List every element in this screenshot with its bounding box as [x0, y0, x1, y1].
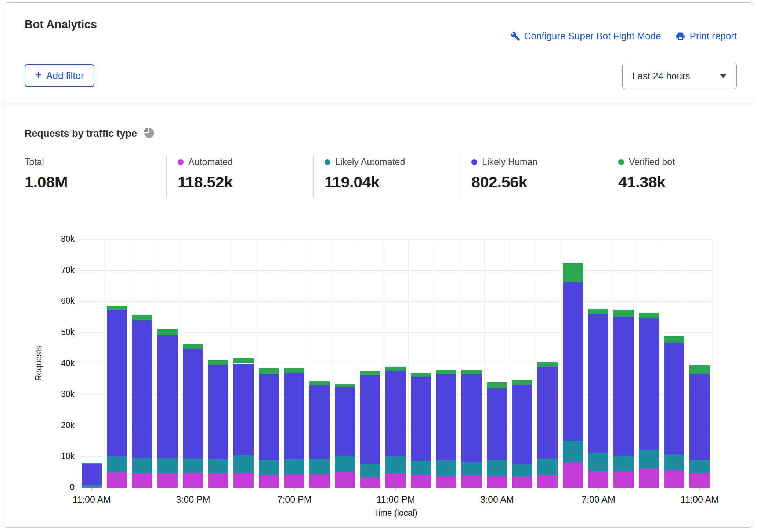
- stat-verified-bot-label: Verified bot: [629, 157, 675, 167]
- add-filter-button[interactable]: + Add filter: [25, 64, 94, 87]
- bar-segment-likely-human: [82, 464, 102, 485]
- bar-segment-likely-human: [183, 349, 203, 459]
- bar-segment-verified-bot: [461, 370, 482, 374]
- bar-segment-likely-human: [360, 375, 380, 464]
- bar-segment-likely-human: [639, 318, 659, 450]
- plus-icon: +: [35, 69, 41, 81]
- stat-automated-value: 118.52k: [178, 173, 313, 191]
- bar-segment-likely-human: [157, 335, 178, 458]
- bar-segment-verified-bot: [132, 315, 152, 320]
- configure-link-label: Configure Super Bot Fight Mode: [524, 30, 661, 42]
- x-tick-label: 7:00 AM: [582, 494, 615, 505]
- bar-segment-likely-human: [461, 374, 482, 462]
- x-tick-mark: [91, 488, 92, 491]
- bar-segment-verified-bot: [411, 373, 431, 377]
- bar-segment-likely-automated: [259, 460, 279, 475]
- bar-segment-likely-human: [208, 365, 228, 459]
- x-tick-mark: [193, 488, 193, 491]
- bar-segment-likely-human: [233, 364, 254, 455]
- bar-segment-automated: [512, 477, 532, 488]
- bar-segment-likely-automated: [664, 454, 684, 470]
- y-tick-label: 70k: [29, 265, 75, 275]
- section-header: Requests by traffic type: [25, 127, 156, 141]
- stat-verified-bot: Verified bot 41.38k: [607, 155, 754, 197]
- y-tick-label: 20k: [29, 420, 75, 430]
- bar-segment-automated: [411, 475, 431, 488]
- bar-segment-likely-human: [132, 320, 152, 458]
- x-tick-mark: [294, 488, 295, 491]
- bar-segment-automated: [689, 473, 710, 488]
- stat-likely-automated: Likely Automated 119.04k: [313, 155, 460, 197]
- vertical-gridline: [712, 239, 713, 488]
- header-divider: [3, 103, 753, 103]
- bar-segment-likely-human: [259, 374, 279, 460]
- stat-total: Total 1.08M: [25, 155, 166, 197]
- bar-segment-verified-bot: [208, 360, 228, 365]
- time-range-select[interactable]: Last 24 hours: [622, 63, 737, 89]
- bar-segment-likely-automated: [689, 460, 710, 473]
- bar-segment-likely-automated: [512, 464, 532, 477]
- bar-segment-verified-bot: [107, 306, 127, 310]
- x-tick-mark: [699, 488, 700, 491]
- configure-super-bot-fight-mode-link[interactable]: Configure Super Bot Fight Mode: [510, 30, 661, 42]
- bar-segment-likely-automated: [487, 460, 507, 476]
- wrench-icon: [510, 31, 520, 41]
- bar-segment-automated: [639, 469, 659, 488]
- bar-segment-automated: [461, 475, 482, 488]
- bar-segment-automated: [208, 473, 228, 488]
- x-tick-label: 11:00 PM: [376, 494, 415, 505]
- bar-segment-likely-automated: [107, 456, 127, 472]
- stat-likely-automated-value: 119.04k: [325, 173, 460, 191]
- bar-segment-verified-bot: [183, 344, 203, 349]
- x-tick-label: 3:00 PM: [176, 494, 210, 505]
- y-tick-label: 60k: [29, 296, 75, 306]
- bar-segment-automated: [385, 473, 406, 488]
- bar-segment-verified-bot: [613, 310, 634, 317]
- bar-segment-likely-automated: [385, 456, 406, 473]
- bar-segment-likely-automated: [588, 453, 608, 471]
- horizontal-gridline: [79, 270, 712, 271]
- bar-segment-likely-automated: [639, 450, 659, 469]
- x-tick-label: 7:00 PM: [277, 494, 311, 505]
- chevron-down-icon: [720, 74, 727, 78]
- bar-segment-likely-automated: [461, 462, 482, 475]
- y-tick-label: 0: [29, 482, 75, 492]
- likely-automated-legend-dot: [325, 159, 330, 165]
- bar-segment-verified-bot: [537, 362, 558, 367]
- x-tick-label: 3:00 AM: [480, 494, 514, 505]
- bar-segment-verified-bot: [233, 358, 254, 363]
- bar-segment-automated: [613, 471, 634, 488]
- header-actions: Configure Super Bot Fight Mode Print rep…: [510, 30, 737, 42]
- add-filter-label: Add filter: [46, 70, 84, 81]
- x-tick-mark: [598, 488, 599, 491]
- bar-segment-automated: [157, 473, 178, 488]
- stat-likely-human-label: Likely Human: [482, 157, 537, 167]
- y-tick-label: 10k: [29, 451, 75, 461]
- bar-segment-likely-automated: [82, 485, 102, 487]
- bar-segment-likely-human: [588, 314, 608, 453]
- bar-segment-likely-human: [385, 371, 406, 456]
- bar-segment-likely-automated: [233, 455, 254, 473]
- bar-segment-automated: [183, 473, 203, 488]
- automated-legend-dot: [178, 159, 184, 165]
- bar-segment-likely-human: [411, 377, 431, 461]
- bar-segment-likely-human: [436, 374, 456, 460]
- bar-segment-verified-bot: [487, 382, 507, 388]
- bar-segment-automated: [537, 475, 558, 488]
- bar-segment-verified-bot: [664, 336, 684, 343]
- print-link-label: Print report: [689, 30, 737, 42]
- bar-segment-verified-bot: [588, 309, 608, 314]
- bar-segment-likely-automated: [132, 458, 152, 473]
- bar-segment-likely-human: [487, 388, 507, 460]
- stat-automated-label: Automated: [188, 157, 233, 167]
- bar-segment-likely-automated: [183, 459, 203, 473]
- bar-segment-automated: [588, 471, 608, 488]
- x-axis-title: Time (local): [373, 508, 417, 518]
- stat-automated: Automated 118.52k: [166, 155, 313, 197]
- bar-segment-likely-automated: [613, 456, 634, 471]
- print-report-link[interactable]: Print report: [675, 30, 737, 42]
- bar-segment-verified-bot: [385, 367, 406, 371]
- stat-total-label: Total: [25, 157, 44, 167]
- bar-segment-likely-automated: [284, 459, 304, 474]
- bar-segment-verified-bot: [82, 463, 102, 464]
